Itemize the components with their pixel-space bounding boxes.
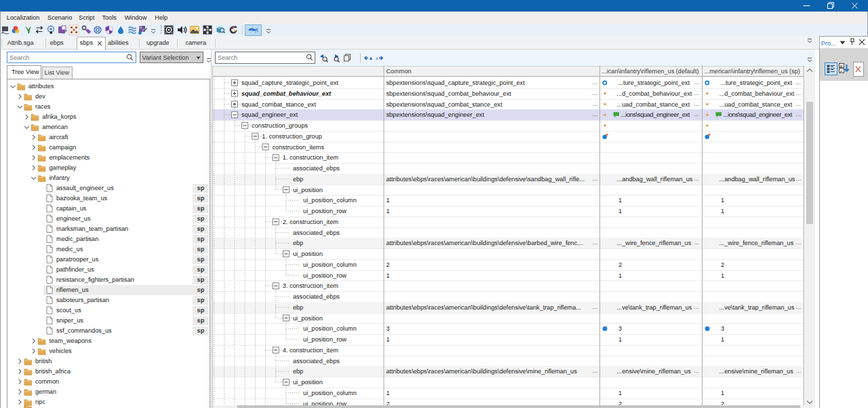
svg-text:z: z: [840, 69, 842, 73]
